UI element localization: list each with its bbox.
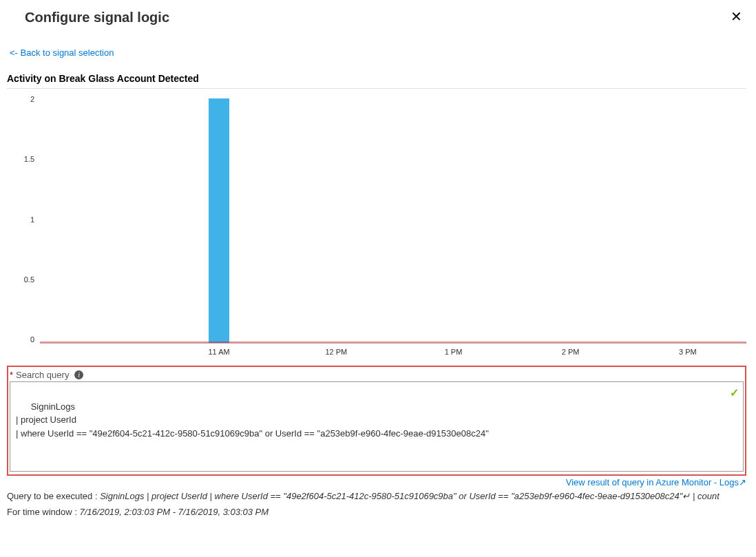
external-link-icon: ↗: [739, 477, 746, 487]
bar-11am: [209, 98, 229, 343]
view-result-link-text: View result of query in Azure Monitor - …: [566, 477, 739, 487]
y-tick: 0: [8, 336, 34, 344]
x-tick: 12 PM: [277, 348, 395, 356]
x-tick: 2 PM: [512, 348, 629, 356]
y-tick: 1: [8, 216, 34, 224]
plot-area: [40, 96, 746, 344]
search-query-highlight: * Search query i SigninLogs | project Us…: [7, 366, 746, 476]
required-indicator: *: [10, 370, 13, 380]
x-tick: 1 PM: [395, 348, 512, 356]
info-icon[interactable]: i: [74, 370, 83, 379]
close-icon[interactable]: ✕: [731, 10, 745, 23]
signal-subtitle: Activity on Break Glass Account Detected: [7, 73, 746, 84]
y-tick: 0.5: [8, 276, 34, 284]
threshold-line: [40, 341, 746, 343]
search-query-input[interactable]: SigninLogs | project UserId | where User…: [10, 381, 744, 472]
panel-title: Configure signal logic: [25, 10, 169, 25]
search-query-label: * Search query i: [10, 370, 744, 380]
check-icon: ✓: [730, 385, 739, 401]
query-to-execute-prefix: Query to be executed :: [7, 491, 100, 501]
search-query-label-text: Search query: [16, 370, 69, 380]
view-result-link[interactable]: View result of query in Azure Monitor - …: [7, 477, 746, 487]
chart-y-axis: 2 1.5 1 0.5 0: [8, 96, 40, 344]
time-window-prefix: For time window :: [7, 507, 79, 517]
search-query-text: SigninLogs | project UserId | where User…: [16, 401, 489, 439]
time-window-value: 7/16/2019, 2:03:03 PM - 7/16/2019, 3:03:…: [79, 507, 269, 517]
query-to-execute: Query to be executed : SigninLogs | proj…: [7, 490, 746, 503]
x-tick: 11 AM: [160, 348, 277, 356]
chart: 2 1.5 1 0.5 0 11 AM 12 PM 1 PM 2 PM 3 PM: [7, 88, 746, 356]
chart-x-axis: 11 AM 12 PM 1 PM 2 PM 3 PM: [40, 348, 746, 356]
time-window: For time window : 7/16/2019, 2:03:03 PM …: [7, 506, 746, 519]
y-tick: 1.5: [8, 156, 34, 163]
back-to-selection-link[interactable]: <- Back to signal selection: [10, 48, 114, 58]
query-to-execute-value: SigninLogs | project UserId | where User…: [100, 491, 720, 501]
x-tick: 3 PM: [629, 348, 746, 356]
y-tick: 2: [8, 96, 34, 103]
